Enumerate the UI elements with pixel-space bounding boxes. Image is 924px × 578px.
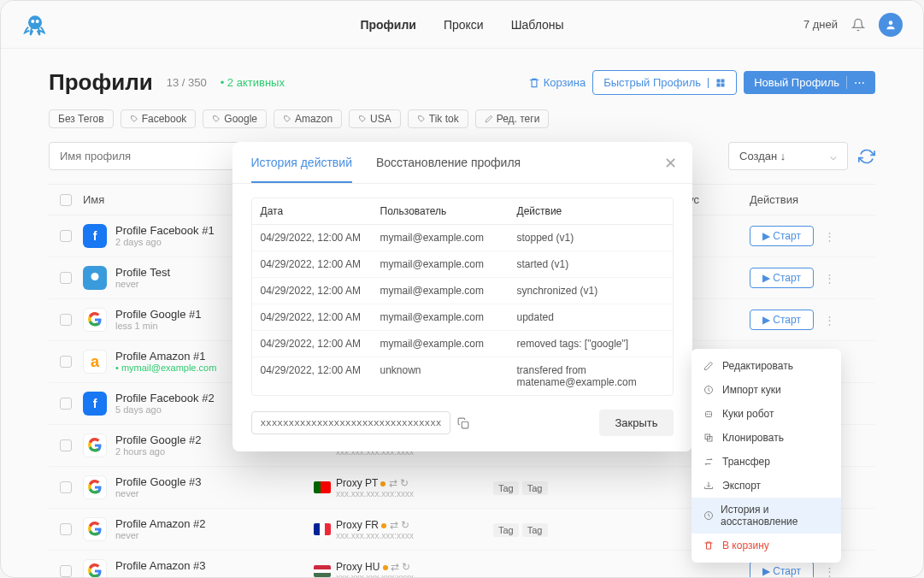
history-row: 04/29/2022, 12:00 AMmymail@example.comst… — [252, 225, 673, 251]
history-col-date: Дата — [261, 205, 380, 217]
ctx-export[interactable]: Экспорт — [692, 474, 841, 498]
import-icon — [703, 385, 715, 395]
tab-restore[interactable]: Восстановление профиля — [376, 156, 521, 183]
transfer-icon — [703, 457, 715, 467]
clone-icon — [703, 433, 715, 443]
svg-point-13 — [709, 414, 710, 415]
history-col-action: Действие — [517, 205, 664, 217]
uuid-display: xxxxxxxxxxxxxxxxxxxxxxxxxxxxxxxx — [251, 411, 451, 434]
ctx-clone[interactable]: Клонировать — [692, 426, 841, 450]
context-menu: РедактироватьИмпорт кукиКуки роботКлонир… — [692, 349, 841, 563]
robot-icon — [703, 409, 715, 419]
trash-icon — [703, 540, 715, 551]
ctx-import[interactable]: Импорт куки — [692, 378, 841, 402]
close-button[interactable]: Закрыть — [599, 410, 673, 436]
history-row: 04/29/2022, 12:00 AMunknowntransfered fr… — [252, 357, 673, 395]
history-row: 04/29/2022, 12:00 AMmymail@example.comsy… — [252, 278, 673, 304]
history-row: 04/29/2022, 12:00 AMmymail@example.comre… — [252, 331, 673, 357]
export-icon — [703, 481, 715, 491]
tab-history[interactable]: История действий — [251, 156, 352, 183]
edit-icon — [703, 361, 715, 371]
svg-rect-9 — [462, 422, 469, 428]
history-icon — [703, 510, 714, 521]
history-row: 04/29/2022, 12:00 AMmymail@example.comst… — [252, 251, 673, 278]
ctx-edit[interactable]: Редактировать — [692, 354, 841, 378]
ctx-transfer[interactable]: Трансфер — [692, 450, 841, 474]
ctx-history[interactable]: История и аосстановление — [692, 498, 841, 534]
ctx-trash[interactable]: В корзину — [692, 534, 841, 557]
history-row: 04/29/2022, 12:00 AMmymail@example.comup… — [252, 304, 673, 331]
copy-icon[interactable] — [457, 417, 469, 429]
ctx-robot[interactable]: Куки робот — [692, 402, 841, 426]
history-modal: История действий Восстановление профиля … — [232, 142, 692, 451]
close-icon[interactable]: ✕ — [664, 154, 677, 173]
history-col-user: Пользователь — [380, 205, 517, 217]
svg-point-12 — [707, 414, 708, 415]
